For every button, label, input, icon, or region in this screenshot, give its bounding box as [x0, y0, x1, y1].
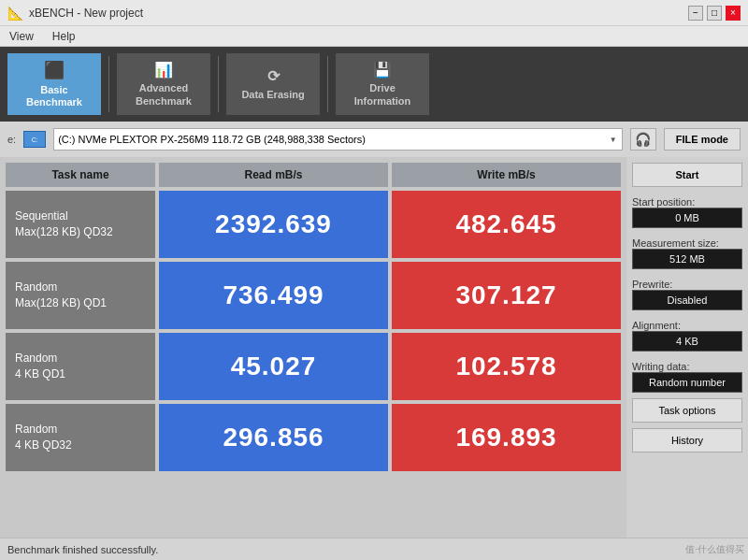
menu-view[interactable]: View — [6, 29, 37, 44]
toolbar-basic-benchmark[interactable]: ⬛ BasicBenchmark — [7, 53, 101, 115]
maximize-button[interactable]: □ — [707, 6, 722, 21]
read-random-4kb-qd32-value: 296.856 — [223, 423, 324, 452]
close-button[interactable]: × — [726, 6, 741, 21]
writing-data-value: Random number — [632, 372, 742, 393]
watermark: 值·什么值得买 — [685, 543, 744, 556]
menu-bar: View Help — [0, 26, 748, 47]
basic-benchmark-icon: ⬛ — [44, 60, 65, 80]
advanced-benchmark-icon: 📊 — [154, 61, 173, 79]
drive-prefix-label: e: — [7, 134, 16, 145]
read-random-4kb-qd32: 296.856 — [159, 404, 388, 471]
data-erasing-icon: ⟳ — [267, 67, 280, 85]
read-sequential: 2392.639 — [159, 191, 388, 258]
prewrite-value: Disabled — [632, 290, 742, 310]
task-sequential: SequentialMax(128 KB) QD32 — [6, 191, 155, 258]
read-random-max: 736.499 — [159, 262, 388, 329]
col-header-task: Task name — [6, 163, 155, 187]
measurement-size-value: 512 MB — [632, 249, 742, 269]
measurement-size-label: Measurement size: — [632, 237, 742, 249]
toolbar-sep-3 — [327, 56, 328, 112]
write-random-max-value: 307.127 — [455, 280, 556, 310]
main-content: Task name Read mB/s Write mB/s Sequentia… — [0, 157, 748, 538]
table-row: Random4 KB QD32 296.856 169.893 — [6, 404, 621, 471]
toolbar-data-erasing[interactable]: ⟳ Data Erasing — [226, 53, 320, 115]
measurement-size-section: Measurement size: 512 MB — [632, 234, 742, 269]
drive-select[interactable]: (C:) NVMe PLEXTOR PX-256M9 118.72 GB (24… — [53, 128, 623, 151]
start-position-section: Start position: 0 MB — [632, 193, 742, 228]
toolbar-drive-information[interactable]: 💾 DriveInformation — [336, 53, 429, 115]
table-row: SequentialMax(128 KB) QD32 2392.639 482.… — [6, 191, 621, 258]
col-header-read: Read mB/s — [159, 163, 388, 187]
sidebar: Start Start position: 0 MB Measurement s… — [626, 157, 748, 538]
read-random-max-value: 736.499 — [223, 280, 324, 310]
task-sequential-label: SequentialMax(128 KB) QD32 — [15, 208, 113, 240]
write-random-max: 307.127 — [392, 262, 621, 329]
task-random-max-label: RandomMax(128 KB) QD1 — [15, 280, 107, 311]
advanced-benchmark-label: AdvancedBenchmark — [136, 82, 192, 107]
write-random-4kb-qd32: 169.893 — [392, 404, 621, 471]
task-random-4kb-qd1-label: Random4 KB QD1 — [15, 351, 65, 382]
drive-select-wrap: (C:) NVMe PLEXTOR PX-256M9 118.72 GB (24… — [53, 128, 623, 151]
write-random-4kb-qd32-value: 169.893 — [455, 423, 556, 452]
basic-benchmark-label: BasicBenchmark — [26, 84, 82, 108]
read-sequential-value: 2392.639 — [215, 209, 332, 239]
start-button[interactable]: Start — [632, 163, 742, 187]
alignment-label: Alignment: — [632, 320, 742, 331]
window-title: xBENCH - New project — [29, 7, 143, 20]
drive-information-icon: 💾 — [373, 61, 392, 79]
start-position-value: 0 MB — [632, 208, 742, 228]
alignment-value: 4 KB — [632, 331, 742, 352]
drive-information-label: DriveInformation — [354, 82, 411, 107]
writing-data-section: Writing data: Random number — [632, 357, 742, 393]
drive-icon: C: — [23, 131, 46, 148]
toolbar-advanced-benchmark[interactable]: 📊 AdvancedBenchmark — [117, 53, 210, 115]
drive-refresh-button[interactable]: 🎧 — [630, 128, 656, 151]
table-header: Task name Read mB/s Write mB/s — [6, 163, 621, 187]
file-mode-button[interactable]: FILE mode — [664, 128, 741, 151]
title-bar-controls: − □ × — [688, 6, 741, 21]
title-bar-left: 📐 xBENCH - New project — [7, 6, 143, 21]
history-button[interactable]: History — [632, 428, 742, 452]
toolbar: ⬛ BasicBenchmark 📊 AdvancedBenchmark ⟳ D… — [0, 47, 748, 122]
task-random-4kb-qd32-label: Random4 KB QD32 — [15, 422, 72, 453]
minimize-button[interactable]: − — [688, 6, 703, 21]
write-sequential-value: 482.645 — [455, 209, 556, 239]
toolbar-sep-2 — [218, 56, 219, 112]
write-random-4kb-qd1: 102.578 — [392, 333, 621, 400]
status-message: Benchmark finished successfully. — [7, 544, 158, 555]
col-header-write: Write mB/s — [392, 163, 621, 187]
write-sequential: 482.645 — [392, 191, 621, 258]
task-random-max: RandomMax(128 KB) QD1 — [6, 262, 155, 329]
menu-help[interactable]: Help — [49, 29, 79, 44]
write-random-4kb-qd1-value: 102.578 — [455, 352, 556, 381]
read-random-4kb-qd1: 45.027 — [159, 333, 388, 400]
app-icon: 📐 — [7, 6, 23, 21]
toolbar-sep-1 — [108, 56, 109, 112]
benchmark-table: Task name Read mB/s Write mB/s Sequentia… — [0, 157, 626, 538]
task-random-4kb-qd1: Random4 KB QD1 — [6, 333, 155, 400]
table-row: Random4 KB QD1 45.027 102.578 — [6, 333, 621, 400]
prewrite-label: Prewrite: — [632, 279, 742, 290]
title-bar: 📐 xBENCH - New project − □ × — [0, 0, 748, 26]
drive-row: e: C: (C:) NVMe PLEXTOR PX-256M9 118.72 … — [0, 122, 748, 157]
prewrite-section: Prewrite: Disabled — [632, 275, 742, 310]
writing-data-label: Writing data: — [632, 361, 742, 372]
task-options-button[interactable]: Task options — [632, 398, 742, 423]
start-position-label: Start position: — [632, 196, 742, 208]
headphone-icon: 🎧 — [635, 132, 651, 147]
status-bar: Benchmark finished successfully. — [0, 538, 748, 560]
read-random-4kb-qd1-value: 45.027 — [231, 352, 317, 381]
data-erasing-label: Data Erasing — [241, 89, 304, 101]
alignment-section: Alignment: 4 KB — [632, 316, 742, 352]
task-random-4kb-qd32: Random4 KB QD32 — [6, 404, 155, 471]
table-row: RandomMax(128 KB) QD1 736.499 307.127 — [6, 262, 621, 329]
